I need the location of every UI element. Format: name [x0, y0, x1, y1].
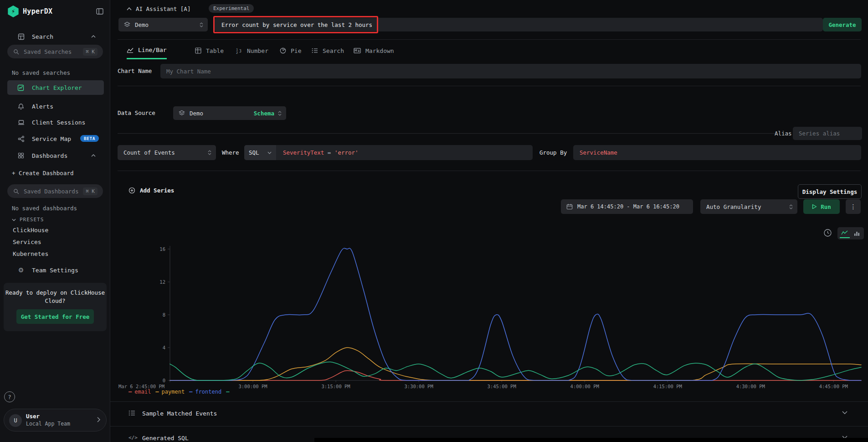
tab-pie[interactable]: Pie — [280, 42, 301, 59]
create-dashboard-button[interactable]: + Create Dashboard — [12, 170, 73, 177]
tab-label: Markdown — [365, 47, 394, 54]
sidebar-item-label: Search — [32, 33, 53, 40]
markdown-icon — [354, 48, 361, 53]
bar-chart-toggle-icon[interactable] — [852, 229, 862, 238]
sidebar-item-label: Dashboards — [32, 152, 67, 159]
granularity-select[interactable]: Auto Granularity — [700, 199, 797, 214]
saved-searches-field[interactable] — [24, 48, 78, 55]
no-saved-searches-text: No saved searches — [12, 69, 70, 76]
tab-markdown[interactable]: Markdown — [354, 42, 394, 59]
sql-field-token: SeverityText — [283, 149, 324, 156]
svg-text:4:45:00 PM: 4:45:00 PM — [819, 384, 848, 389]
saved-dashboards-input[interactable]: ⌘ K — [7, 184, 103, 198]
series-alias-input[interactable] — [793, 127, 862, 140]
display-settings-button[interactable]: Display Settings — [798, 184, 862, 199]
legend-item-frontend[interactable]: —frontend — [189, 389, 221, 395]
svg-text:4: 4 — [163, 345, 165, 350]
aggregation-select[interactable]: Count of Events — [118, 145, 216, 160]
legend-label: payment — [162, 389, 185, 395]
group-by-input[interactable]: ServiceName — [573, 145, 861, 160]
chart-name-input[interactable] — [160, 64, 861, 78]
data-source-value: Demo — [190, 110, 203, 117]
hyperdx-logo-icon: ⚡ — [7, 5, 19, 17]
tab-search[interactable]: Search — [312, 42, 344, 59]
tab-label: Number — [247, 47, 268, 54]
bottom-overlay-strip — [314, 438, 868, 442]
sidebar-item-dashboards[interactable]: Dashboards — [0, 149, 110, 162]
sidebar-item-client-sessions[interactable]: Client Sessions — [0, 116, 110, 129]
sidebar-item-service-map[interactable]: Service Map BETA — [0, 132, 110, 145]
sidebar-item-label: Client Sessions — [32, 119, 85, 126]
bell-icon — [17, 103, 25, 110]
data-source-select[interactable]: Demo Schema — [173, 106, 286, 120]
more-options-button[interactable]: ⋮ — [846, 199, 861, 214]
help-button[interactable]: ? — [4, 391, 15, 402]
avatar: U — [9, 414, 22, 427]
legend-item-email[interactable]: —email — [128, 389, 151, 395]
legend-label: frontend — [195, 389, 221, 395]
run-button[interactable]: Run — [803, 199, 840, 214]
preset-kubernetes[interactable]: Kubernetes — [13, 250, 48, 257]
tab-table[interactable]: Table — [195, 42, 224, 59]
svg-text:4:00:00 PM: 4:00:00 PM — [570, 384, 599, 389]
promo-text: Ready to deploy on ClickHouseCloud? — [4, 289, 107, 305]
no-saved-dashboards-text: No saved dashboards — [12, 205, 77, 212]
sql-operator-token: = — [328, 149, 331, 156]
section-label: Generated SQL — [142, 435, 189, 442]
select-chevrons-icon — [200, 22, 208, 27]
sidebar-item-alerts[interactable]: Alerts — [0, 100, 110, 113]
legend-item-payment[interactable]: —payment — [155, 389, 185, 395]
chevron-up-icon — [91, 35, 96, 38]
preset-services[interactable]: Services — [13, 239, 41, 245]
sidebar-item-search[interactable]: Search — [0, 30, 110, 43]
assistant-source-select[interactable]: Demo — [118, 18, 208, 31]
preset-clickhouse[interactable]: ClickHouse — [13, 227, 48, 234]
where-clause-editor[interactable]: SQL SeverityText = 'error' — [244, 145, 533, 160]
time-range-picker[interactable]: Mar 6 14:45:20 - Mar 6 16:45:20 — [561, 199, 693, 214]
gear-icon: ⚙ — [17, 266, 25, 274]
data-source-label: Data Source — [118, 109, 155, 116]
add-series-label: Add Series — [140, 187, 174, 194]
tab-label: Table — [206, 47, 224, 54]
language-select[interactable]: SQL — [244, 145, 276, 160]
assistant-prompt-input[interactable] — [221, 18, 814, 31]
code-icon: </> — [128, 435, 138, 441]
time-format-clock-icon[interactable] — [823, 229, 832, 237]
generate-button[interactable]: Generate — [823, 18, 862, 31]
legend-dash-icon: — — [226, 389, 229, 395]
timeseries-chart[interactable]: 0481216Mar 6 2:45:00 PM3:00:00 PM3:15:00… — [110, 243, 868, 396]
line-chart-toggle-icon[interactable] — [840, 229, 850, 238]
saved-dashboards-field[interactable] — [24, 188, 78, 195]
sidebar-item-chart-explorer[interactable]: Chart Explorer — [7, 80, 104, 95]
svg-text:3:30:00 PM: 3:30:00 PM — [405, 384, 433, 389]
layers-icon — [179, 110, 185, 116]
collapse-assistant-icon[interactable] — [127, 7, 132, 10]
presets-header[interactable]: PRESETS — [12, 217, 44, 223]
divider — [118, 39, 861, 40]
clickhouse-cloud-promo: Ready to deploy on ClickHouseCloud? Get … — [4, 283, 107, 331]
tab-number[interactable]: 123 Number — [236, 42, 268, 59]
sidebar-item-label: Team Settings — [32, 267, 78, 274]
legend-item-unnamed[interactable]: — — [226, 389, 229, 395]
layers-icon — [124, 21, 130, 28]
sidebar-item-team-settings[interactable]: ⚙ Team Settings — [0, 264, 110, 276]
play-icon — [812, 204, 817, 209]
beta-badge: BETA — [80, 135, 99, 142]
assistant-prompt-wrap — [214, 18, 823, 31]
experimental-badge: Experimental — [209, 4, 254, 13]
saved-searches-input[interactable]: ⌘ K — [7, 45, 103, 58]
user-menu[interactable]: U User Local App Team — [4, 409, 107, 432]
tab-label: Search — [323, 47, 344, 54]
schema-link[interactable]: Schema — [254, 110, 274, 117]
get-started-button[interactable]: Get Started for Free — [16, 309, 94, 324]
legend-dash-icon: — — [155, 389, 158, 395]
sidebar-item-label: Service Map — [32, 135, 71, 142]
plus-circle-icon — [128, 187, 135, 194]
add-series-button[interactable]: Add Series — [128, 187, 174, 194]
sample-matched-events-section[interactable]: Sample Matched Events — [110, 402, 868, 426]
tab-line-bar[interactable]: Line/Bar — [127, 42, 167, 59]
user-name: User — [26, 413, 40, 420]
series-alias-input-wrap — [793, 127, 862, 140]
where-expression[interactable]: SeverityText = 'error' — [283, 149, 359, 156]
collapse-sidebar-icon[interactable] — [95, 7, 105, 16]
